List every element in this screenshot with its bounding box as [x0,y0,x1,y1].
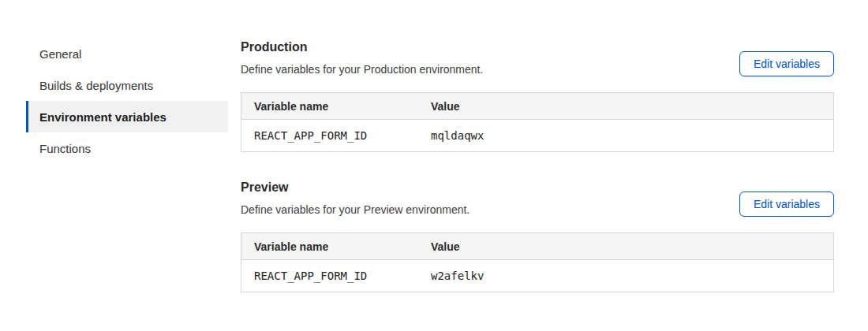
production-section-titles: Production Define variables for your Pro… [241,40,483,76]
sidebar-item-label: General [39,47,81,61]
production-description: Define variables for your Production env… [241,63,483,76]
production-section: Production Define variables for your Pro… [241,40,834,152]
settings-page: General Builds & deployments Environment… [0,0,868,321]
table-header-row: Variable name Value [241,233,833,260]
table-header-row: Variable name Value [241,93,833,120]
preview-title: Preview [241,180,470,195]
production-section-header: Production Define variables for your Pro… [241,40,834,76]
production-edit-variables-button[interactable]: Edit variables [739,51,834,76]
settings-content: Production Define variables for your Pro… [241,38,834,321]
variable-name-cell: REACT_APP_FORM_ID [241,129,431,142]
sidebar-item-builds-deployments[interactable]: Builds & deployments [26,69,228,101]
sidebar-item-general[interactable]: General [26,38,228,69]
table-row: REACT_APP_FORM_ID mqldaqwx [241,120,833,151]
column-header-value: Value [431,240,833,253]
sidebar-item-environment-variables[interactable]: Environment variables [26,101,228,132]
table-row: REACT_APP_FORM_ID w2afelkv [241,260,833,292]
column-header-variable-name: Variable name [241,100,431,113]
sidebar-item-label: Environment variables [39,110,166,124]
variable-value-cell: w2afelkv [431,270,833,282]
preview-section: Preview Define variables for your Previe… [241,180,834,292]
preview-variables-table: Variable name Value REACT_APP_FORM_ID w2… [241,232,834,292]
sidebar-item-label: Builds & deployments [39,79,153,92]
sidebar-item-label: Functions [39,142,91,155]
column-header-variable-name: Variable name [241,240,431,253]
variable-name-cell: REACT_APP_FORM_ID [241,270,431,282]
sidebar-item-functions[interactable]: Functions [26,132,228,164]
preview-section-titles: Preview Define variables for your Previe… [241,180,470,217]
production-variables-table: Variable name Value REACT_APP_FORM_ID mq… [241,92,834,152]
preview-section-header: Preview Define variables for your Previe… [241,180,834,217]
variable-value-cell: mqldaqwx [431,129,833,142]
settings-sidebar: General Builds & deployments Environment… [26,38,228,321]
preview-description: Define variables for your Preview enviro… [241,203,470,217]
production-title: Production [241,40,483,54]
column-header-value: Value [431,100,833,113]
preview-edit-variables-button[interactable]: Edit variables [739,192,834,217]
